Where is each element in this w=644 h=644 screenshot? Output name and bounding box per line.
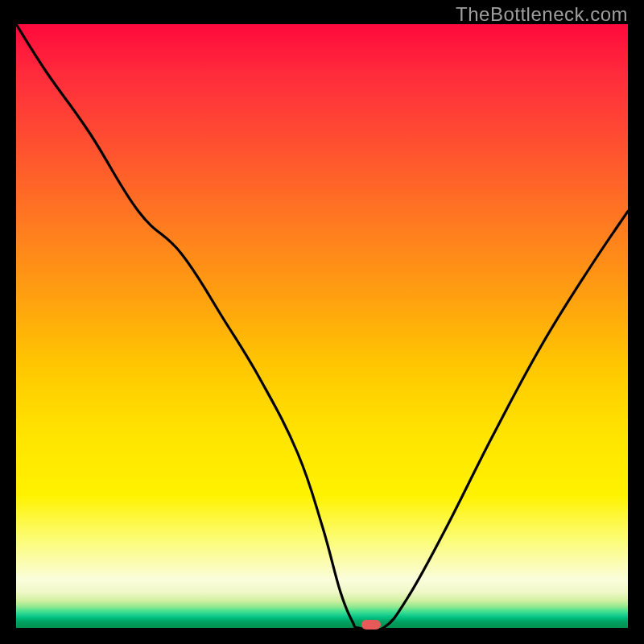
plot-area xyxy=(16,24,628,628)
min-marker xyxy=(361,620,381,630)
chart-container: TheBottleneck.com xyxy=(0,0,644,644)
bottleneck-curve-path xyxy=(16,24,628,628)
watermark-text: TheBottleneck.com xyxy=(456,3,628,26)
curve-svg xyxy=(16,24,628,628)
